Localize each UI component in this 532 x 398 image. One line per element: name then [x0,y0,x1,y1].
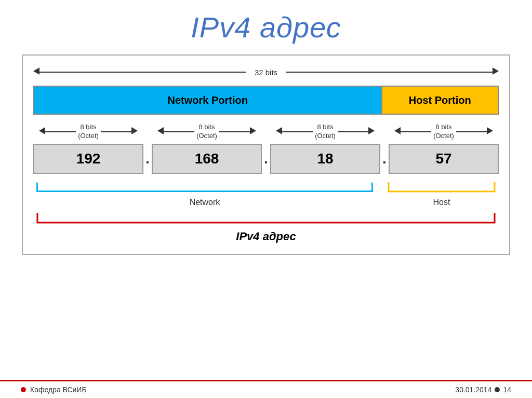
slide: IPv4 адрес 32 bits Network Portion Host … [0,0,532,380]
dot-3: . [380,150,389,167]
octet-box-3: 18 [270,144,380,174]
footer-institution: Кафедра ВСиИБ [30,386,87,394]
footer-date: 30.01.2014 [455,386,491,394]
portion-bar: Network Portion Host Portion [33,86,499,115]
footer-right: 30.01.2014 14 [455,386,511,394]
octet-arrow-1: 8 bits (Octet) [33,123,143,141]
network-label: Network [190,198,220,207]
network-bracket-svg [33,181,376,196]
octet-arrow-4: 8 bits (Octet) [389,123,499,141]
network-bracket: Network [33,181,376,207]
bracket-row: Network Host [33,181,499,207]
ipv4-bracket-svg [33,212,499,227]
octet2-right-arrow [250,127,256,136]
arrow-shaft-left [39,72,246,73]
dot-2: . [262,150,270,167]
dot-1: . [143,150,152,167]
left-arrowhead [33,67,39,77]
page-title: IPv4 адрес [191,10,341,44]
octet-arrow-3: 8 bits (Octet) [270,123,380,141]
footer-red-dot [21,387,26,392]
octet3-right-arrow [368,127,375,136]
octet-arrow-2: 8 bits (Octet) [152,123,262,141]
network-portion: Network Portion [34,87,382,114]
footer-page: 14 [503,386,511,394]
ipv4-bottom: IPv4 адрес [33,212,499,243]
footer-left: Кафедра ВСиИБ [21,386,87,394]
octet4-left-arrow [394,127,401,136]
octets-arrows-row: 8 bits (Octet) 8 bits (Octet) [33,123,499,141]
host-bracket-svg [384,181,499,196]
octet-boxes: 192 . 168 . 18 . 57 [33,144,499,174]
bits-label: 32 bits [246,68,286,77]
octet3-left-arrow [276,127,282,136]
host-bracket: Host [384,181,499,207]
octet3-label: 8 bits (Octet) [313,123,338,141]
footer-dark-dot [495,387,500,392]
octet4-right-arrow [487,127,493,136]
octet1-right-arrow [131,127,138,136]
octet-box-2: 168 [152,144,262,174]
octet2-left-arrow [157,127,164,136]
diagram: 32 bits Network Portion Host Portion 8 b… [22,54,510,255]
octet-box-1: 192 [33,144,143,174]
octet-box-4: 57 [389,144,499,174]
footer: Кафедра ВСиИБ 30.01.2014 14 [0,380,532,398]
arrow-shaft-right [286,72,493,73]
bits-row: 32 bits [33,65,499,79]
host-label: Host [433,198,450,207]
host-portion: Host Portion [382,87,498,114]
octet1-label: 8 bits (Octet) [76,123,101,141]
right-arrowhead [493,67,499,77]
ipv4-bottom-label: IPv4 адрес [236,230,296,243]
octet1-left-arrow [39,127,45,136]
octet2-label: 8 bits (Octet) [194,123,219,141]
octet4-label: 8 bits (Octet) [431,123,456,141]
